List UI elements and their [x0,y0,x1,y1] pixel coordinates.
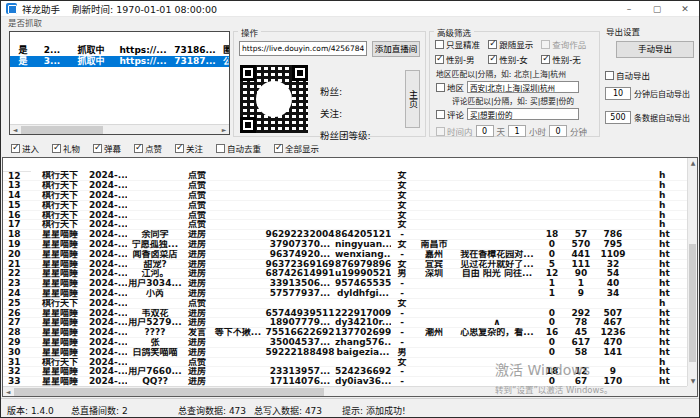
minute-unit-label: 分钟 [570,125,587,137]
export-count-input[interactable] [605,111,631,124]
event-row[interactable]: 22 星星喵睡 2024-... 江河。 进房 68742614991 u199… [3,269,689,279]
scrollbar-thumb[interactable] [21,126,103,134]
event-row[interactable]: 19 星星喵睡 2024-... 宁愿孤独... 进房 37907370... … [3,240,689,250]
event-row[interactable]: 14 棋行天下 2024-... 点赞 女 h [3,191,689,201]
event-row[interactable]: 24 星星喵睡 2024-... 小芮 进房 57577937... dyldh… [3,289,689,299]
event-filter-checkbox[interactable]: 全部显示 [274,142,319,154]
filter-checkbox[interactable]: 性别-女 [488,53,541,65]
events-table: 12 棋行天下 2024-... 点赞 女 h 13 棋行天下 2024-.. [3,158,689,387]
event-row[interactable]: 23 星星喵睡 2024-... 用户3034... 进房 33913506..… [3,279,689,289]
qr-avatar-hole [256,81,292,117]
event-row[interactable]: 29 星星喵睡 2024-... 张 进房 35004537... zhang5… [3,338,689,348]
rooms-horizontal-scrollbar[interactable] [10,124,229,134]
day-input[interactable] [476,125,494,137]
events-table-panel: 12 棋行天下 2024-... 点赞 女 h 13 棋行天下 2024-.. [2,157,698,397]
room-row[interactable]: 是 2... 抓取中 https://... 73186... 匿名 [10,45,230,56]
event-row[interactable]: 21 星星喵睡 2024-... 甜宠? 进房 96372369169 8769… [3,259,689,269]
status-bar: 版本: 1.4.0总直播间数: 2总查询数据: 473总写入数据: 473提示:… [1,398,699,418]
export-minutes-input[interactable] [605,87,631,100]
homepage-button[interactable]: 主页 [405,70,420,128]
scrollbar-thumb[interactable] [689,244,696,362]
refresh-time-label: 刷新时间: 1970-01-01 08:00:00 [72,2,217,16]
qr-finder-icon [292,65,308,81]
event-filter-checkbox[interactable]: 礼物 [52,142,80,154]
checkbox-icon [11,144,20,153]
event-row[interactable]: 15 棋行天下 2024-... 点赞 女 h [3,200,689,210]
maximize-icon[interactable]: ▢ [643,1,671,17]
manual-export-button[interactable]: 手动导出 [616,41,694,58]
anchor-info-labels: 粉丝: 关注: 粉丝团等级: [320,84,371,150]
scroll-right-icon[interactable] [219,125,229,135]
event-row[interactable]: 13 棋行天下 2024-... 点赞 女 h [3,181,689,191]
event-row[interactable]: 12 棋行天下 2024-... 点赞 女 h [3,171,689,181]
scroll-left-icon[interactable] [3,387,13,397]
event-row[interactable]: 16 棋行天下 2024-... 点赞 女 h [3,210,689,220]
event-row[interactable]: 25 棋行天下 2024-... 点赞 女 h [3,298,689,308]
auto-export-checkbox[interactable]: 自动导出 [605,69,650,81]
minimize-icon[interactable]: – [615,1,643,17]
checkbox-icon [488,40,497,49]
scroll-up-icon[interactable] [688,158,698,168]
event-row[interactable]: 28 星星喵睡 2024-... ???? 发言 等下不揪... 7551662… [3,328,689,338]
events-table-header [3,158,31,171]
event-row[interactable]: 26 星星喵睡 2024-... 韦双花 进房 65744939511 2229… [3,308,689,318]
region-input[interactable] [467,81,579,93]
minute-input[interactable] [549,125,567,137]
status-item: 总查询数据: 473 [178,404,246,417]
event-filter-checkbox[interactable]: 弹幕 [93,142,121,154]
status-item: 版本: 1.4.0 [7,404,54,417]
checkbox-icon [175,144,184,153]
checkbox-icon [541,40,550,49]
event-row[interactable]: 30 星星喵睡 2024-... 白鸽笑喵喵 进房 59222188498 ba… [3,347,689,357]
status-item: 提示: 添加成功! [342,404,406,417]
checkbox-icon [93,144,102,153]
checkbox-icon [435,55,444,64]
rooms-panel: 是 2... 抓取中 https://... 73186... 匿名 是 3..… [9,31,230,135]
add-room-button[interactable]: 添加直播间 [372,41,420,57]
scrollbar-thumb[interactable] [14,388,324,396]
scroll-left-icon[interactable] [10,125,20,135]
app-icon [6,3,17,14]
event-row[interactable]: 17 棋行天下 2024-... 点赞 女 h [3,220,689,230]
event-filter-checkbox[interactable]: 自动去重 [216,142,261,154]
checkbox-icon [436,83,445,92]
event-row[interactable]: 31 棋行天下 2024-... 点赞 女 h [3,357,689,367]
checkbox-icon [134,144,143,153]
comment-input[interactable] [467,108,579,120]
qr-code [240,65,308,133]
time-range-checkbox[interactable]: 时间内 [436,125,473,137]
rooms-table: 是 2... 抓取中 https://... 73186... 匿名 是 3..… [10,32,230,67]
export-count-label: 条数据自动导出 [634,112,690,123]
region-hint: 地区匹配以|分隔，如: 北京|上海|杭州 [430,68,599,79]
filter-checkbox[interactable]: 性别-男 [435,53,488,65]
export-settings-group: 导出设置 手动导出 自动导出 分钟后自动导出 条数据自动导出 [604,31,699,137]
fanclub-level-label: 粉丝团等级: [320,128,371,142]
region-checkbox[interactable]: 地区 [436,81,464,93]
operation-group: 操作 添加直播间 粉丝: 关注: 粉丝团等级: 主页 [233,31,426,137]
scroll-down-icon[interactable] [688,376,698,386]
vertical-scrollbar[interactable] [687,158,697,386]
filter-checkbox[interactable]: 只显精准 [435,38,488,50]
event-row[interactable]: 27 星星喵睡 2024-... 用户5279... 进房 18907779..… [3,318,689,328]
event-row[interactable]: 18 星星喵睡 2024-... 余同学 进房 96292232004 8642… [3,230,689,240]
event-filter-checkbox[interactable]: 点赞 [134,142,162,154]
fans-label: 粉丝: [320,84,371,98]
export-minutes-label: 分钟后自动导出 [634,88,690,99]
hour-input[interactable] [508,125,526,137]
event-filter-checkbox[interactable]: 关注 [175,142,203,154]
room-row[interactable]: 是 3... 抓取中 https://... 73187... 公开 [10,56,230,67]
filter-checkbox[interactable]: 跟随显示 [488,38,541,50]
comment-checkbox[interactable]: 评论 [436,108,464,120]
live-url-input[interactable] [239,41,367,56]
rooms-table-header [10,32,36,45]
close-icon[interactable]: ✕ [671,1,699,17]
day-unit-label: 天 [497,125,506,137]
event-row[interactable]: 20 星星喵睡 2024-... 闻香卤菜店 进房 96374920... we… [3,249,689,259]
checkbox-icon [435,40,444,49]
filter-checkbox[interactable]: 查询作品 [541,38,594,50]
event-row[interactable]: 32 星星喵睡 2024-... 用户7660... 进房 23313957..… [3,367,689,377]
horizontal-scrollbar[interactable] [3,386,687,396]
event-filter-checkbox[interactable]: 进入 [11,142,39,154]
qr-finder-icon [240,117,256,133]
filter-checkbox[interactable]: 性别-无 [541,53,594,65]
